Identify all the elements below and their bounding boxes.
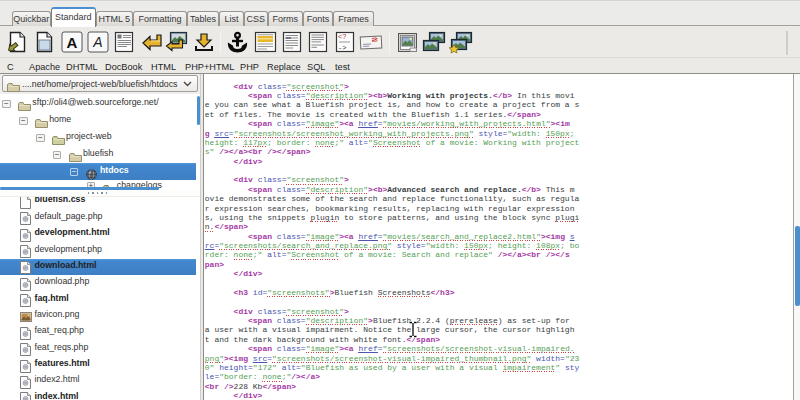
svg-text:A: A [92,34,102,50]
svg-text:->: -> [338,44,346,52]
svg-text:<?: <? [338,33,346,41]
svg-text:A: A [67,34,78,51]
